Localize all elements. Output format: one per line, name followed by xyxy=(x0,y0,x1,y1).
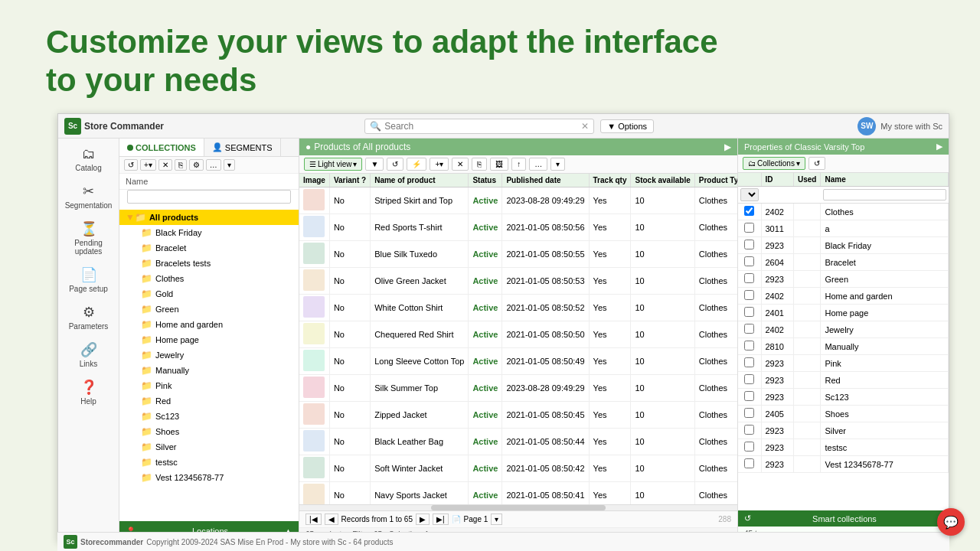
filter-name-input[interactable] xyxy=(823,189,946,201)
name-cell[interactable]: Striped Skirt and Top xyxy=(371,187,469,214)
tree-item-bracelet[interactable]: 📁 Bracelet xyxy=(119,240,299,256)
filter-name-cell[interactable] xyxy=(821,187,949,204)
last-page-btn[interactable]: ▶| xyxy=(433,514,449,525)
tree-item-green[interactable]: 📁 Green xyxy=(119,302,299,317)
prev-page-btn[interactable]: ◀ xyxy=(325,514,338,525)
name-input[interactable] xyxy=(127,190,291,204)
tree-item-sc123[interactable]: 📁 Sc123 xyxy=(119,409,299,424)
filter-btn[interactable]: ▼ xyxy=(365,158,384,171)
name-cell[interactable]: Navy Sports Jacket xyxy=(371,482,469,505)
clear-search-icon[interactable]: ✕ xyxy=(581,121,589,132)
list-item[interactable]: 2405 Shoes xyxy=(738,406,949,422)
tab-collections[interactable]: COLLECTIONS xyxy=(119,139,204,156)
prop-checkbox[interactable] xyxy=(744,458,754,468)
name-cell[interactable]: Soft Winter Jacket xyxy=(371,455,469,482)
prop-checkbox[interactable] xyxy=(744,391,754,401)
props-expand[interactable]: ▶ xyxy=(936,142,942,152)
table-row[interactable]: No Olive Green Jacket Active 2021-01-05 … xyxy=(299,268,737,295)
tree-item-homeandgarden[interactable]: 📁 Home and garden xyxy=(119,317,299,332)
tree-item-braceletstests[interactable]: 📁 Bracelets tests xyxy=(119,256,299,271)
prop-checkbox[interactable] xyxy=(744,357,754,367)
settings-btn[interactable]: ⚙ xyxy=(189,159,204,171)
name-cell[interactable]: Chequered Red Shirt xyxy=(371,321,469,348)
list-item[interactable]: 3011 a xyxy=(738,220,949,237)
prop-checkbox[interactable] xyxy=(744,240,754,249)
prop-checkbox[interactable] xyxy=(744,374,754,384)
copy-btn[interactable]: ⎘ xyxy=(175,159,187,171)
prop-checkbox[interactable] xyxy=(744,324,754,334)
filter-select[interactable] xyxy=(740,188,759,201)
name-cell[interactable]: Zipped Jacket xyxy=(371,402,469,429)
tab-collections-btn[interactable]: 🗂 Collections ▾ xyxy=(743,157,805,170)
col-stock[interactable]: Stock available xyxy=(631,174,694,187)
table-row[interactable]: No Long Sleeve Cotton Top Active 2021-01… xyxy=(299,348,737,375)
smart-collections-section[interactable]: ↺ Smart collections ▾ xyxy=(738,510,949,527)
prop-checkbox[interactable] xyxy=(744,206,754,216)
tree-item-vest[interactable]: 📁 Vest 12345678-77 xyxy=(119,470,299,485)
add-btn[interactable]: +▾ xyxy=(140,159,156,171)
name-cell[interactable]: Blue Silk Tuxedo xyxy=(371,241,469,268)
table-row[interactable]: No Navy Sports Jacket Active 2021-01-05 … xyxy=(299,482,737,505)
delete-product-btn[interactable]: ✕ xyxy=(452,158,469,171)
list-item[interactable]: 2923 Green xyxy=(738,271,949,288)
add-product-btn[interactable]: +▾ xyxy=(430,158,449,171)
search-input[interactable] xyxy=(384,121,581,132)
chevron-btn[interactable]: ▾ xyxy=(224,159,235,171)
prop-checkbox[interactable] xyxy=(744,307,754,317)
prop-checkbox[interactable] xyxy=(744,273,754,283)
table-row[interactable]: No Zipped Jacket Active 2021-01-05 08:50… xyxy=(299,402,737,429)
copy-product-btn[interactable]: ⎘ xyxy=(472,158,487,171)
name-cell[interactable]: White Cotton Shirt xyxy=(371,295,469,321)
tree-item-blackfriday[interactable]: 📁 Black Friday xyxy=(119,225,299,240)
tree-item-allproducts[interactable]: ▼📁 All products xyxy=(119,210,299,225)
products-scroll-x[interactable] xyxy=(299,504,737,510)
options-button[interactable]: ▼ Options xyxy=(600,119,654,133)
more-btn[interactable]: … xyxy=(206,159,221,171)
sidebar-item-parameters[interactable]: ⚙ Parameters xyxy=(58,299,119,335)
col-published[interactable]: Published date xyxy=(502,174,589,187)
export-btn[interactable]: ↑ xyxy=(511,158,526,171)
table-row[interactable]: No White Cotton Shirt Active 2021-01-05 … xyxy=(299,295,737,321)
list-item[interactable]: 2402 Home and garden xyxy=(738,288,949,305)
prop-checkbox[interactable] xyxy=(744,442,754,452)
table-row[interactable]: No Black Leather Bag Active 2021-01-05 0… xyxy=(299,429,737,455)
list-item[interactable]: 2923 Black Friday xyxy=(738,237,949,254)
sidebar-item-help[interactable]: ❓ Help xyxy=(58,374,119,410)
name-cell[interactable]: Black Leather Bag xyxy=(371,429,469,455)
col-id[interactable]: ID xyxy=(761,173,794,187)
list-item[interactable]: 2401 Home page xyxy=(738,305,949,321)
prop-checkbox[interactable] xyxy=(744,408,754,418)
tree-item-jewelry[interactable]: 📁 Jewelry xyxy=(119,347,299,363)
tree-item-testsc[interactable]: 📁 testsc xyxy=(119,455,299,470)
table-row[interactable]: No Soft Winter Jacket Active 2021-01-05 … xyxy=(299,455,737,482)
list-item[interactable]: 2402 Jewelry xyxy=(738,321,949,338)
name-cell[interactable]: Red Sports T-shirt xyxy=(371,214,469,241)
list-item[interactable]: 2923 Pink xyxy=(738,355,949,372)
prop-checkbox[interactable] xyxy=(744,256,754,266)
chevron-btn[interactable]: ▾ xyxy=(550,158,565,171)
col-propname[interactable]: Name xyxy=(821,173,949,187)
table-row[interactable]: No Chequered Red Shirt Active 2021-01-05… xyxy=(299,321,737,348)
list-item[interactable]: 2923 testsc xyxy=(738,439,949,456)
col-status[interactable]: Status xyxy=(469,174,502,187)
page-dropdown-btn[interactable]: ▾ xyxy=(491,514,502,525)
col-type[interactable]: Product Type xyxy=(694,174,737,187)
table-row[interactable]: No Striped Skirt and Top Active 2023-08-… xyxy=(299,187,737,214)
tree-item-homepage[interactable]: 📁 Home page xyxy=(119,332,299,347)
col-used[interactable]: Used xyxy=(794,173,821,187)
tree-item-shoes[interactable]: 📁 Shoes xyxy=(119,424,299,439)
prop-checkbox[interactable] xyxy=(744,425,754,435)
sidebar-item-segmentation[interactable]: ✂ Segmentation xyxy=(58,178,119,214)
list-item[interactable]: 2810 Manually xyxy=(738,338,949,355)
tab-segments[interactable]: 👤 SEGMENTS xyxy=(204,139,281,156)
tree-item-manually[interactable]: 📁 Manually xyxy=(119,363,299,378)
list-item[interactable]: 2604 Bracelet xyxy=(738,254,949,271)
col-name[interactable]: Name of product xyxy=(371,174,469,187)
table-row[interactable]: No Silk Summer Top Active 2023-08-28 09:… xyxy=(299,375,737,402)
tree-item-red[interactable]: 📁 Red xyxy=(119,393,299,409)
tree-item-silver[interactable]: 📁 Silver xyxy=(119,439,299,455)
next-page-btn[interactable]: ▶ xyxy=(416,514,430,525)
name-cell[interactable]: Silk Summer Top xyxy=(371,375,469,402)
tree-item-pink[interactable]: 📁 Pink xyxy=(119,378,299,393)
view-light-btn[interactable]: ☰ Light view ▾ xyxy=(304,158,362,171)
